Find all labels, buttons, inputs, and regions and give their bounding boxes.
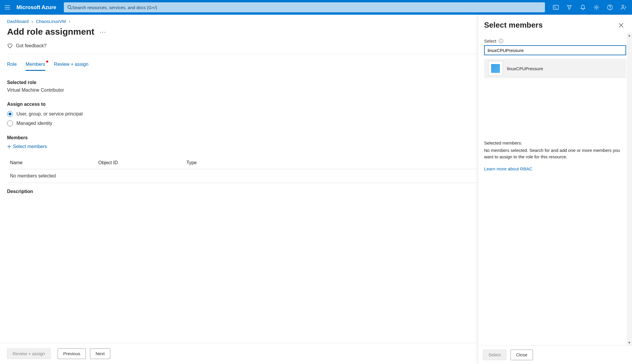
svg-line-4 <box>71 8 72 9</box>
feedback-label: Got feedback? <box>16 43 46 48</box>
col-object-id: Object ID <box>98 160 186 165</box>
plus-icon <box>7 145 11 149</box>
help-icon[interactable] <box>603 0 617 15</box>
scroll-down-icon[interactable]: ▼ <box>627 340 632 345</box>
breadcrumb-resource[interactable]: ChaosLinuxVM <box>36 19 66 24</box>
panel-close-button[interactable]: Close <box>511 350 533 360</box>
tab-review-assign[interactable]: Review + assign <box>54 62 89 71</box>
tab-members[interactable]: Members <box>26 62 45 71</box>
settings-gear-icon[interactable] <box>590 0 603 15</box>
tab-indicator-dot <box>46 61 48 63</box>
svg-point-7 <box>596 6 597 8</box>
top-bar: Microsoft Azure <box>0 0 632 15</box>
tab-role[interactable]: Role <box>7 62 17 71</box>
global-search[interactable] <box>64 2 545 12</box>
svg-point-10 <box>622 5 624 7</box>
top-icon-bar <box>547 0 632 15</box>
page-title: Add role assignment <box>7 27 94 37</box>
more-actions-icon[interactable]: ··· <box>100 28 106 35</box>
info-icon[interactable]: i <box>499 39 503 43</box>
notifications-icon[interactable] <box>576 0 590 15</box>
radio-user-label: User, group, or service principal <box>16 111 83 117</box>
rbac-link[interactable]: Learn more about RBAC <box>484 166 532 172</box>
panel-title: Select members <box>484 21 543 30</box>
panel-footer: Select Close <box>478 345 632 364</box>
result-thumbnail-icon <box>488 61 503 76</box>
selected-members-label: Selected members: <box>484 140 626 147</box>
search-result-item[interactable]: linuxCPUPressure <box>484 59 626 78</box>
heart-icon <box>7 43 13 48</box>
svg-rect-5 <box>553 5 558 9</box>
col-name: Name <box>10 160 98 165</box>
panel-select-button[interactable]: Select <box>483 350 506 360</box>
select-members-panel: Select members Select i linuxCPUPressure… <box>478 15 632 364</box>
select-members-input[interactable] <box>484 45 626 55</box>
svg-point-3 <box>68 6 71 9</box>
previous-button[interactable]: Previous <box>58 348 86 359</box>
svg-point-9 <box>610 9 610 9</box>
chevron-right-icon: › <box>69 19 70 24</box>
filter-icon[interactable] <box>563 0 576 15</box>
cloud-shell-icon[interactable] <box>549 0 563 15</box>
search-icon <box>67 5 72 10</box>
next-button[interactable]: Next <box>90 348 110 359</box>
radio-managed-label: Managed identity <box>16 121 52 126</box>
close-icon[interactable] <box>617 21 625 29</box>
radio-icon <box>7 111 13 117</box>
chevron-right-icon: › <box>31 19 33 24</box>
brand-label[interactable]: Microsoft Azure <box>15 4 61 11</box>
selected-members-message: No members selected. Search for and add … <box>484 147 626 160</box>
radio-icon <box>7 120 13 126</box>
select-members-link-label: Select members <box>13 144 47 149</box>
breadcrumb-dashboard[interactable]: Dashboard <box>7 19 29 24</box>
scroll-up-icon[interactable]: ▲ <box>627 33 632 38</box>
result-label: linuxCPUPressure <box>507 66 543 71</box>
review-assign-button[interactable]: Review + assign <box>7 348 51 359</box>
tab-members-label: Members <box>26 62 45 67</box>
panel-field-label: Select <box>484 38 496 43</box>
hamburger-menu-icon[interactable] <box>0 5 15 9</box>
search-input[interactable] <box>72 5 541 10</box>
panel-scrollbar[interactable]: ▲ ▼ <box>627 33 632 345</box>
account-icon[interactable] <box>617 0 630 15</box>
